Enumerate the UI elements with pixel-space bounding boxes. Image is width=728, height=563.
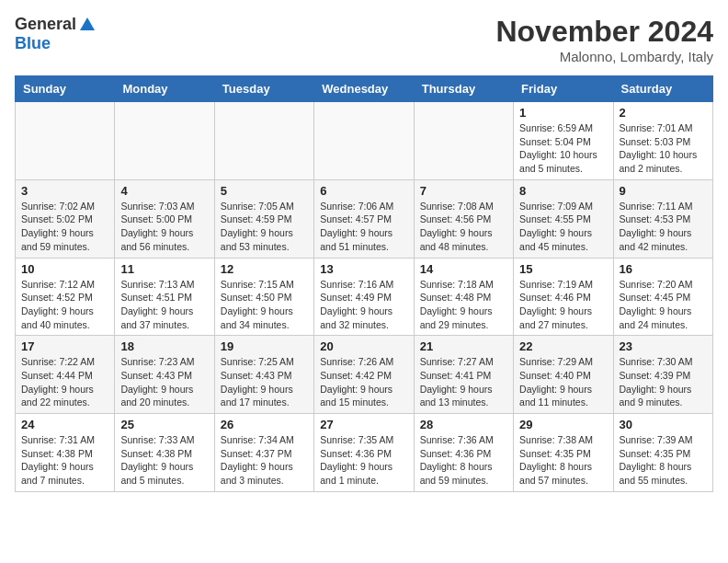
calendar-week-2: 10Sunrise: 7:12 AMSunset: 4:52 PMDayligh…: [16, 258, 713, 336]
calendar-cell: 10Sunrise: 7:12 AMSunset: 4:52 PMDayligh…: [16, 258, 115, 336]
location-subtitle: Malonno, Lombardy, Italy: [495, 49, 713, 64]
day-number: 4: [120, 184, 208, 198]
header: General Blue November 2024 Malonno, Lomb…: [15, 15, 713, 64]
logo-general-text: General: [15, 15, 76, 34]
day-number: 22: [519, 339, 607, 353]
calendar-cell: 20Sunrise: 7:26 AMSunset: 4:42 PMDayligh…: [314, 336, 414, 414]
day-info: Sunrise: 7:39 AMSunset: 4:35 PMDaylight:…: [620, 433, 707, 488]
calendar-week-4: 24Sunrise: 7:31 AMSunset: 4:38 PMDayligh…: [16, 414, 713, 492]
calendar-cell: 23Sunrise: 7:30 AMSunset: 4:39 PMDayligh…: [613, 336, 712, 414]
calendar-cell: [16, 102, 115, 180]
day-number: 7: [420, 184, 507, 198]
calendar-cell: 3Sunrise: 7:02 AMSunset: 5:02 PMDaylight…: [16, 179, 115, 258]
day-info: Sunrise: 7:13 AMSunset: 4:51 PMDaylight:…: [120, 278, 208, 332]
calendar-cell: 25Sunrise: 7:33 AMSunset: 4:38 PMDayligh…: [115, 414, 214, 492]
calendar-cell: 26Sunrise: 7:34 AMSunset: 4:37 PMDayligh…: [214, 414, 313, 492]
day-number: 28: [420, 418, 507, 431]
calendar-cell: 16Sunrise: 7:20 AMSunset: 4:45 PMDayligh…: [613, 258, 712, 336]
calendar-week-0: 1Sunrise: 6:59 AMSunset: 5:04 PMDaylight…: [16, 102, 713, 180]
calendar-cell: 5Sunrise: 7:05 AMSunset: 4:59 PMDaylight…: [214, 179, 313, 258]
day-number: 19: [221, 339, 308, 353]
day-number: 21: [420, 339, 507, 353]
day-number: 20: [320, 339, 407, 353]
day-info: Sunrise: 7:12 AMSunset: 4:52 PMDaylight:…: [21, 278, 108, 332]
day-info: Sunrise: 7:36 AMSunset: 4:36 PMDaylight:…: [420, 433, 507, 488]
calendar-cell: 27Sunrise: 7:35 AMSunset: 4:36 PMDayligh…: [314, 414, 414, 492]
day-info: Sunrise: 7:16 AMSunset: 4:49 PMDaylight:…: [320, 278, 407, 332]
calendar-cell: 8Sunrise: 7:09 AMSunset: 4:55 PMDaylight…: [514, 179, 613, 258]
day-number: 1: [519, 106, 607, 120]
day-number: 9: [620, 184, 707, 198]
day-number: 29: [519, 418, 607, 431]
calendar-cell: 21Sunrise: 7:27 AMSunset: 4:41 PMDayligh…: [414, 336, 513, 414]
day-number: 15: [519, 262, 607, 276]
calendar-cell: 24Sunrise: 7:31 AMSunset: 4:38 PMDayligh…: [16, 414, 115, 492]
day-number: 3: [21, 184, 108, 198]
calendar-header-row: SundayMondayTuesdayWednesdayThursdayFrid…: [16, 76, 713, 102]
day-number: 18: [120, 339, 208, 353]
calendar-cell: 4Sunrise: 7:03 AMSunset: 5:00 PMDaylight…: [115, 179, 214, 258]
day-info: Sunrise: 7:09 AMSunset: 4:55 PMDaylight:…: [519, 200, 607, 254]
calendar-cell: 30Sunrise: 7:39 AMSunset: 4:35 PMDayligh…: [613, 414, 712, 492]
calendar-cell: 18Sunrise: 7:23 AMSunset: 4:43 PMDayligh…: [115, 336, 214, 414]
day-info: Sunrise: 7:11 AMSunset: 4:53 PMDaylight:…: [620, 200, 707, 254]
calendar-header-wednesday: Wednesday: [314, 76, 414, 102]
calendar-cell: [314, 102, 414, 180]
day-info: Sunrise: 7:06 AMSunset: 4:57 PMDaylight:…: [320, 200, 407, 254]
day-info: Sunrise: 7:29 AMSunset: 4:40 PMDaylight:…: [519, 355, 607, 409]
calendar-cell: 19Sunrise: 7:25 AMSunset: 4:43 PMDayligh…: [214, 336, 313, 414]
day-number: 16: [620, 262, 707, 276]
calendar-cell: 6Sunrise: 7:06 AMSunset: 4:57 PMDaylight…: [314, 179, 414, 258]
day-number: 6: [320, 184, 407, 198]
day-info: Sunrise: 7:27 AMSunset: 4:41 PMDaylight:…: [420, 355, 507, 409]
calendar-cell: 14Sunrise: 7:18 AMSunset: 4:48 PMDayligh…: [414, 258, 513, 336]
calendar-header-sunday: Sunday: [16, 76, 115, 102]
calendar-cell: [414, 102, 513, 180]
calendar-cell: 28Sunrise: 7:36 AMSunset: 4:36 PMDayligh…: [414, 414, 513, 492]
day-number: 23: [620, 339, 707, 353]
calendar-cell: 17Sunrise: 7:22 AMSunset: 4:44 PMDayligh…: [16, 336, 115, 414]
day-info: Sunrise: 7:20 AMSunset: 4:45 PMDaylight:…: [620, 278, 707, 332]
day-info: Sunrise: 7:38 AMSunset: 4:35 PMDaylight:…: [519, 433, 607, 488]
day-info: Sunrise: 7:30 AMSunset: 4:39 PMDaylight:…: [620, 355, 707, 409]
calendar-header-monday: Monday: [115, 76, 214, 102]
day-number: 11: [120, 262, 208, 276]
calendar-cell: 13Sunrise: 7:16 AMSunset: 4:49 PMDayligh…: [314, 258, 414, 336]
calendar-cell: 2Sunrise: 7:01 AMSunset: 5:03 PMDaylight…: [613, 102, 712, 180]
day-number: 26: [221, 418, 308, 431]
day-number: 10: [21, 262, 108, 276]
day-info: Sunrise: 7:08 AMSunset: 4:56 PMDaylight:…: [420, 200, 507, 254]
calendar-header-thursday: Thursday: [414, 76, 513, 102]
day-number: 27: [320, 418, 407, 431]
calendar-cell: 29Sunrise: 7:38 AMSunset: 4:35 PMDayligh…: [514, 414, 613, 492]
day-info: Sunrise: 7:02 AMSunset: 5:02 PMDaylight:…: [21, 200, 108, 254]
day-info: Sunrise: 7:01 AMSunset: 5:03 PMDaylight:…: [620, 121, 707, 176]
calendar-cell: 15Sunrise: 7:19 AMSunset: 4:46 PMDayligh…: [514, 258, 613, 336]
day-info: Sunrise: 7:31 AMSunset: 4:38 PMDaylight:…: [21, 433, 108, 488]
day-number: 12: [221, 262, 308, 276]
day-info: Sunrise: 7:35 AMSunset: 4:36 PMDaylight:…: [320, 433, 407, 488]
calendar-header-tuesday: Tuesday: [214, 76, 313, 102]
day-info: Sunrise: 7:25 AMSunset: 4:43 PMDaylight:…: [221, 355, 308, 409]
day-info: Sunrise: 7:26 AMSunset: 4:42 PMDaylight:…: [320, 355, 407, 409]
day-info: Sunrise: 7:22 AMSunset: 4:44 PMDaylight:…: [21, 355, 108, 409]
day-info: Sunrise: 7:03 AMSunset: 5:00 PMDaylight:…: [120, 200, 208, 254]
calendar-table: SundayMondayTuesdayWednesdayThursdayFrid…: [15, 75, 713, 492]
day-number: 14: [420, 262, 507, 276]
calendar-cell: 9Sunrise: 7:11 AMSunset: 4:53 PMDaylight…: [613, 179, 712, 258]
day-number: 24: [21, 418, 108, 431]
day-number: 30: [620, 418, 707, 431]
month-title: November 2024: [495, 15, 713, 49]
calendar-week-1: 3Sunrise: 7:02 AMSunset: 5:02 PMDaylight…: [16, 179, 713, 258]
calendar-week-3: 17Sunrise: 7:22 AMSunset: 4:44 PMDayligh…: [16, 336, 713, 414]
day-info: Sunrise: 7:33 AMSunset: 4:38 PMDaylight:…: [120, 433, 208, 488]
calendar-cell: 11Sunrise: 7:13 AMSunset: 4:51 PMDayligh…: [115, 258, 214, 336]
svg-marker-0: [80, 17, 95, 30]
day-number: 2: [620, 106, 707, 120]
day-info: Sunrise: 7:34 AMSunset: 4:37 PMDaylight:…: [221, 433, 308, 488]
day-info: Sunrise: 7:05 AMSunset: 4:59 PMDaylight:…: [221, 200, 308, 254]
calendar-cell: 12Sunrise: 7:15 AMSunset: 4:50 PMDayligh…: [214, 258, 313, 336]
calendar-header-saturday: Saturday: [613, 76, 712, 102]
day-info: Sunrise: 7:23 AMSunset: 4:43 PMDaylight:…: [120, 355, 208, 409]
day-info: Sunrise: 7:15 AMSunset: 4:50 PMDaylight:…: [221, 278, 308, 332]
